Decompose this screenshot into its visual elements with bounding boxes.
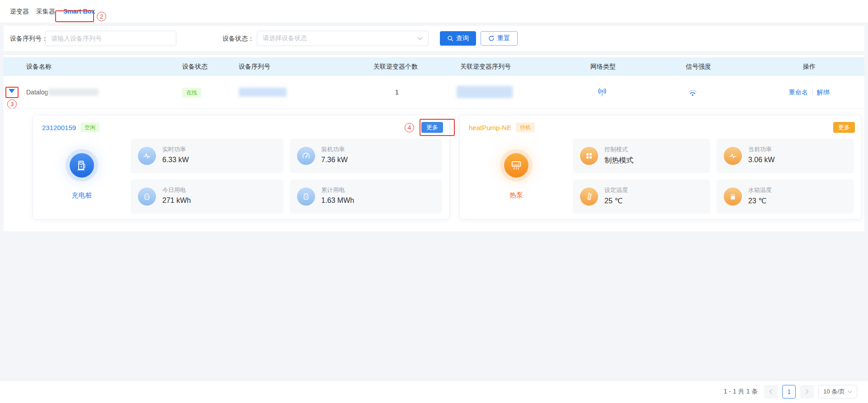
chevron-left-icon	[769, 389, 773, 394]
set-temperature-icon	[580, 187, 598, 206]
stat-value: 271 kWh	[162, 197, 191, 205]
col-inverter-count: 关联逆变器个数	[373, 57, 418, 76]
annotation-step-2: 2	[97, 12, 106, 21]
col-network-type: 网络类型	[590, 57, 616, 76]
heat-pump-stats: 控制模式 制热模式 当前功率 3.06 kW	[573, 139, 854, 213]
status-badge-online: 在线	[182, 88, 201, 98]
charging-pile-stats: 实时功率 6.33 kW 装机功率 7.36 kW	[131, 139, 442, 213]
chevron-down-icon	[417, 37, 423, 40]
stat-value: 3.06 kW	[748, 156, 775, 164]
pagination: 1 - 1 共 1 条 1 10 条/页	[724, 385, 857, 398]
stat-daily-energy: 今日用电 271 kWh	[131, 179, 283, 214]
stat-label: 装机功率	[321, 145, 345, 154]
unbind-link[interactable]: 解绑	[817, 89, 830, 96]
action-separator: |	[811, 89, 813, 96]
device-status-cell: 在线	[182, 76, 201, 108]
signal-tower-icon	[597, 87, 608, 98]
next-page-button[interactable]	[800, 385, 814, 398]
table-header-row: 设备名称 设备状态 设备序列号 关联逆变器个数 关联逆变器序列号 网络类型 信号…	[4, 57, 864, 76]
footer-bar: 1 - 1 共 1 条 1 10 条/页	[0, 381, 868, 403]
stat-value: 1.63 MWh	[321, 197, 354, 205]
stat-tank-temperature: 水箱温度 23 ℃	[717, 179, 854, 214]
tab-inverter[interactable]: 逆变器	[10, 0, 29, 23]
heat-pump-serial[interactable]: heatPump-NE	[469, 124, 511, 131]
table-row: 3 Datalog 在线 1	[4, 76, 864, 108]
inverter-serial-redacted	[457, 86, 513, 98]
stat-total-energy: 累计用电 1.63 MWh	[290, 179, 443, 214]
device-serial-redacted	[239, 88, 287, 97]
stat-label: 当前功率	[748, 145, 772, 154]
col-actions: 操作	[803, 57, 816, 76]
stat-installed-power: 装机功率 7.36 kW	[290, 139, 443, 173]
query-button-label: 查询	[456, 34, 469, 42]
device-name: Datalog	[26, 76, 48, 108]
charging-pile-device-icon-wrap	[70, 153, 94, 178]
refresh-icon	[488, 35, 495, 42]
charging-pile-icon-column: 充电桩	[33, 139, 131, 213]
charging-pile-card: 231200159 空闲 4 更多	[33, 115, 450, 220]
actions-cell: 重命名|解绑	[789, 76, 830, 108]
tank-temperature-icon	[724, 187, 742, 206]
daily-energy-icon	[138, 187, 156, 206]
heat-pump-status-badge: 待机	[516, 122, 535, 132]
stat-value: 23 ℃	[748, 197, 766, 205]
tab-smart-box[interactable]: Smart Box	[63, 0, 95, 23]
annotation-step-4: 4	[405, 123, 414, 132]
charging-pile-body: 充电桩 实时功率 6.33 kW	[33, 139, 442, 213]
signal-strength-cell	[687, 76, 698, 108]
network-type-cell	[597, 76, 608, 108]
filter-bar: 设备序列号： 设备状态： 请选择设备状态 查询 重置	[4, 26, 864, 51]
row-expand-arrow[interactable]	[9, 89, 15, 93]
stat-label: 水箱温度	[748, 186, 772, 194]
charging-pile-type-label: 充电桩	[72, 191, 92, 200]
charging-pile-serial[interactable]: 231200159	[42, 124, 76, 131]
device-serial-label: 设备序列号：	[10, 26, 48, 51]
heat-pump-header: heatPump-NE 待机 更多	[469, 122, 855, 133]
charging-pile-icon	[75, 159, 88, 172]
stat-value: 6.33 kW	[162, 156, 189, 164]
device-table: 设备名称 设备状态 设备序列号 关联逆变器个数 关联逆变器序列号 网络类型 信号…	[4, 55, 864, 231]
heat-pump-more-button[interactable]: 更多	[833, 122, 855, 133]
installed-power-icon	[297, 147, 315, 165]
heat-pump-icon	[510, 159, 523, 172]
heat-pump-card: heatPump-NE 待机 更多	[459, 115, 862, 220]
stat-realtime-power: 实时功率 6.33 kW	[131, 139, 283, 173]
wifi-icon	[687, 87, 698, 98]
annotation-step-3: 3	[7, 99, 17, 109]
col-inverter-serial: 关联逆变器序列号	[460, 57, 511, 76]
prev-page-button[interactable]	[764, 385, 778, 398]
device-serial-input[interactable]	[45, 31, 176, 46]
stat-label: 今日用电	[162, 186, 186, 194]
col-signal-strength: 信号强度	[686, 57, 711, 76]
heat-pump-type-label: 热泵	[509, 191, 523, 200]
realtime-power-icon	[138, 147, 156, 165]
col-device-serial: 设备序列号	[239, 57, 270, 76]
top-tab-bar: 逆变器 采集器 Smart Box 2	[0, 0, 868, 23]
rename-link[interactable]: 重命名	[789, 89, 808, 96]
stat-set-temperature: 设定温度 25 ℃	[573, 179, 710, 214]
device-status-label: 设备状态：	[222, 26, 254, 51]
row-divider	[4, 108, 864, 109]
pagination-total: 1 - 1 共 1 条	[724, 388, 758, 396]
tab-collector[interactable]: 采集器	[36, 0, 55, 23]
page-number-button[interactable]: 1	[782, 385, 796, 398]
device-status-placeholder: 请选择设备状态	[263, 34, 417, 42]
reset-button[interactable]: 重置	[481, 31, 518, 46]
query-button[interactable]: 查询	[440, 31, 476, 46]
stat-label: 设定温度	[604, 186, 628, 194]
device-status-select[interactable]: 请选择设备状态	[257, 31, 429, 46]
stat-label: 控制模式	[604, 145, 628, 154]
inverter-count-cell: 1	[395, 76, 399, 108]
current-power-icon	[724, 147, 742, 165]
page-size-select[interactable]: 10 条/页	[818, 385, 857, 398]
col-device-name: 设备名称	[26, 57, 52, 76]
charging-pile-status-badge: 空闲	[80, 122, 99, 132]
charging-pile-more-button[interactable]: 更多	[421, 122, 443, 133]
col-device-status: 设备状态	[182, 57, 208, 76]
smart-box-device-page: 逆变器 采集器 Smart Box 2 设备序列号： 设备状态： 请选择设备状态…	[0, 0, 868, 403]
chevron-right-icon	[805, 389, 809, 394]
stat-label: 累计用电	[321, 186, 345, 194]
search-icon	[447, 35, 453, 42]
reset-button-label: 重置	[497, 34, 510, 42]
heat-pump-icon-column: 热泵	[460, 139, 573, 213]
